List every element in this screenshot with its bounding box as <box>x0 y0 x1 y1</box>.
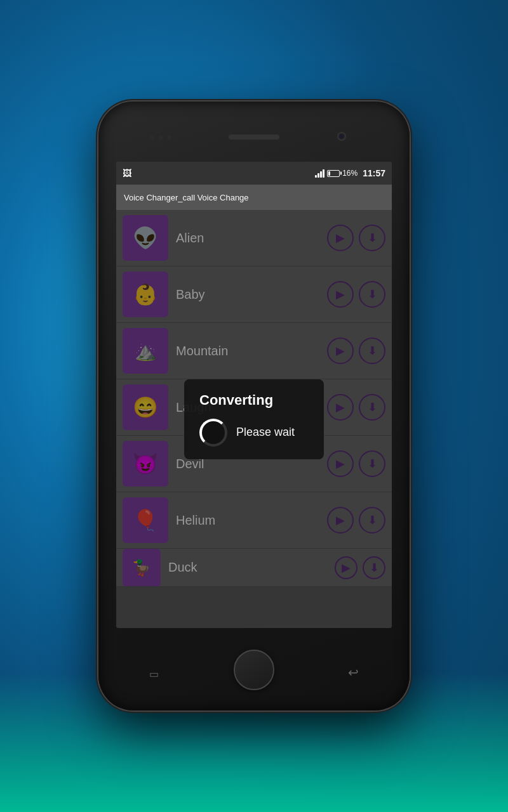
status-left: 🖼 <box>123 168 131 178</box>
back-button[interactable]: ↩ <box>348 665 359 680</box>
phone-device: 🖼 16% 11:57 V <box>98 102 410 710</box>
battery-indicator <box>327 170 340 177</box>
phone-speaker <box>229 134 279 140</box>
phone-sensors <box>149 135 172 140</box>
recent-apps-button[interactable]: ▭ <box>149 668 159 680</box>
dialog-overlay: Converting Please wait <box>116 210 392 628</box>
phone-camera <box>337 132 346 141</box>
status-right: 16% 11:57 <box>315 168 385 178</box>
loading-spinner <box>199 419 227 447</box>
phone-frame: 🖼 16% 11:57 V <box>98 102 410 710</box>
dialog-content: Please wait <box>199 419 295 447</box>
phone-screen: 🖼 16% 11:57 V <box>116 162 392 628</box>
app-titlebar: Voice Changer_call Voice Change <box>116 185 392 210</box>
dialog-title: Converting <box>199 392 273 409</box>
notification-icon: 🖼 <box>123 168 131 178</box>
app-title: Voice Changer_call Voice Change <box>124 193 249 202</box>
home-button[interactable] <box>234 650 274 690</box>
dialog-message: Please wait <box>236 426 295 439</box>
loading-dialog: Converting Please wait <box>184 379 324 459</box>
signal-indicator <box>315 169 324 178</box>
battery-percent: 16% <box>342 169 358 178</box>
status-bar: 🖼 16% 11:57 <box>116 162 392 185</box>
clock: 11:57 <box>363 168 385 178</box>
